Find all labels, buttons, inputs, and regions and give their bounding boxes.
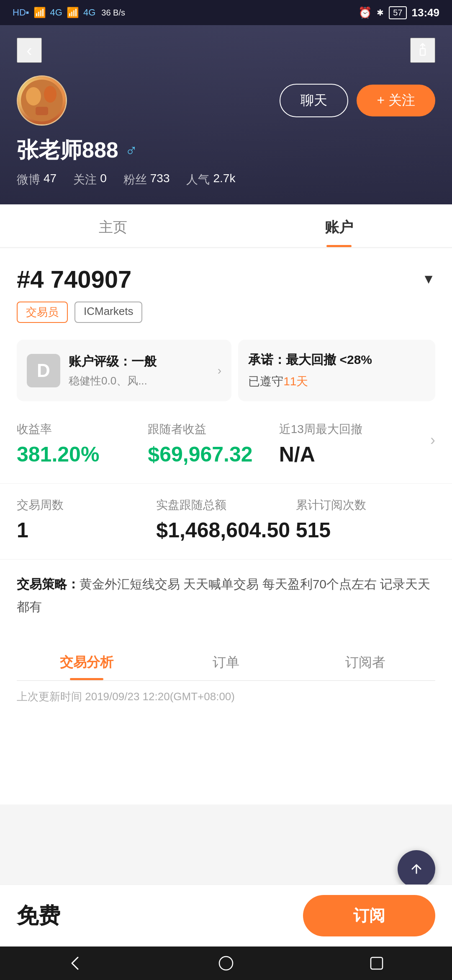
tab-home[interactable]: 主页 — [0, 204, 226, 247]
stat-follower-profit: 跟随者收益 $69,967.32 — [148, 421, 279, 467]
account-id-row: #4 740907 ▼ — [17, 265, 435, 293]
stat-weibo-value: 47 — [44, 172, 56, 188]
stat-popularity-value: 2.7k — [213, 172, 235, 188]
profile-stats: 微博 47 关注 0 粉丝 733 人气 2.7k — [17, 172, 435, 188]
svg-point-3 — [44, 86, 56, 103]
stat-max-drawdown-label: 近13周最大回撤 — [279, 421, 410, 437]
sub-tab-orders[interactable]: 订单 — [156, 642, 295, 680]
stat-weibo-label: 微博 — [17, 172, 40, 188]
bluetooth-icon: ✱ — [377, 8, 384, 18]
nav-recent-button[interactable] — [360, 946, 393, 980]
sub-tabs: 交易分析 订单 订阅者 — [17, 642, 435, 681]
nav-back-button[interactable] — [59, 946, 92, 980]
profile-name: 张老师888 — [17, 136, 118, 165]
stats-grid: 收益率 381.20% 跟随者收益 $69,967.32 近13周最大回撤 N/… — [17, 421, 435, 542]
stat-weibo: 微博 47 — [17, 172, 56, 188]
back-button[interactable]: ‹ — [17, 38, 42, 63]
promise-card: 承诺：最大回撤 <28% 已遵守11天 — [238, 340, 435, 401]
promise-title: 承诺：最大回撤 <28% — [248, 351, 425, 369]
stat-trade-weeks: 交易周数 1 — [17, 497, 156, 542]
stat-profit-rate: 收益率 381.20% — [17, 421, 148, 467]
rating-icon: D — [27, 354, 60, 387]
stat-fans: 粉丝 733 — [123, 172, 170, 188]
nav-home-button[interactable] — [209, 946, 243, 980]
bottom-price: 免费 — [17, 901, 60, 931]
stat-popularity-label: 人气 — [186, 172, 210, 188]
stat-copy-total-value: $1,468,604.50 — [156, 518, 295, 542]
stat-fans-label: 粉丝 — [123, 172, 147, 188]
status-4g: 4G — [50, 7, 62, 18]
stat-profit-rate-label: 收益率 — [17, 421, 148, 437]
stat-following-value: 0 — [100, 172, 107, 188]
rating-subtitle: 稳健性0.0、风... — [69, 374, 157, 388]
status-network: HD▪ — [13, 7, 29, 18]
rating-card[interactable]: D 账户评级：一般 稳健性0.0、风... › — [17, 340, 231, 401]
profile-info-row: 聊天 + 关注 — [17, 75, 435, 126]
strategy-text: 交易策略：黄金外汇短线交易 天天喊单交易 每天盈利70个点左右 记录天天都有 — [17, 573, 435, 618]
bottom-bar: 免费 订阅 — [0, 885, 452, 946]
svg-rect-0 — [420, 49, 425, 55]
stat-popularity: 人气 2.7k — [186, 172, 235, 188]
stat-subscribe-count: 累计订阅次数 515 — [296, 497, 435, 542]
avatar — [17, 75, 67, 126]
last-update: 上次更新时间 2019/09/23 12:20(GMT+08:00) — [17, 681, 435, 704]
main-content: #4 740907 ▼ 交易员 ICMarkets D 账户评级：一般 稳健性0… — [0, 248, 452, 805]
subscribe-button[interactable]: 订阅 — [303, 895, 435, 936]
sub-tab-analysis[interactable]: 交易分析 — [17, 642, 156, 680]
rating-arrow-icon: › — [218, 364, 221, 377]
promise-days: 11天 — [283, 375, 308, 388]
stats-arrow-icon: › — [430, 431, 435, 449]
strategy-section: 交易策略：黄金外汇短线交易 天天喊单交易 每天盈利70个点左右 记录天天都有 — [17, 573, 435, 618]
alarm-icon: ⏰ — [358, 6, 372, 19]
svg-point-2 — [26, 87, 41, 106]
svg-point-6 — [219, 957, 233, 970]
svg-rect-7 — [371, 957, 383, 969]
nav-bar — [0, 946, 452, 980]
strategy-label: 交易策略： — [17, 577, 80, 591]
rating-text: 账户评级：一般 稳健性0.0、风... — [69, 353, 157, 388]
stat-trade-weeks-value: 1 — [17, 518, 156, 542]
rating-title: 账户评级：一般 — [69, 353, 157, 370]
profile-actions: 聊天 + 关注 — [280, 84, 435, 117]
stat-max-drawdown-value: N/A — [279, 442, 410, 467]
stat-subscribe-count-value: 515 — [296, 518, 435, 542]
stat-profit-rate-value: 381.20% — [17, 442, 148, 467]
banner-nav: ‹ — [17, 38, 435, 63]
tabs-bar: 主页 账户 — [0, 204, 452, 248]
account-id: #4 740907 — [17, 265, 131, 293]
stat-follower-profit-label: 跟随者收益 — [148, 421, 279, 437]
stats-row-1: 收益率 381.20% 跟随者收益 $69,967.32 近13周最大回撤 N/… — [17, 421, 435, 467]
dropdown-arrow-icon[interactable]: ▼ — [422, 271, 435, 287]
scroll-up-button[interactable] — [398, 850, 435, 888]
tab-account[interactable]: 账户 — [226, 204, 452, 247]
status-right: ⏰ ✱ 57 13:49 — [358, 6, 439, 19]
stat-max-drawdown: 近13周最大回撤 N/A — [279, 421, 410, 467]
stat-follower-profit-value: $69,967.32 — [148, 442, 279, 467]
stats-row-2: 交易周数 1 实盘跟随总额 $1,468,604.50 累计订阅次数 515 — [17, 497, 435, 542]
time-display: 13:49 — [412, 6, 440, 19]
stat-subscribe-count-label: 累计订阅次数 — [296, 497, 435, 513]
status-signal: 📶 — [33, 7, 46, 18]
chat-button[interactable]: 聊天 — [280, 84, 348, 117]
stat-following-label: 关注 — [73, 172, 97, 188]
svg-rect-5 — [36, 107, 48, 115]
status-left: HD▪ 📶 4G 📶 4G 36 B/s — [13, 7, 125, 18]
profile-banner: ‹ 聊天 + 关注 — [0, 25, 452, 204]
profile-name-row: 张老师888 ♂ — [17, 136, 435, 165]
battery-indicator: 57 — [389, 6, 406, 19]
status-bar: HD▪ 📶 4G 📶 4G 36 B/s ⏰ ✱ 57 13:49 — [0, 0, 452, 25]
promise-subtitle: 已遵守11天 — [248, 374, 425, 389]
stats-nav-arrow[interactable]: › — [410, 421, 435, 449]
gender-icon: ♂ — [125, 141, 138, 160]
follow-button[interactable]: + 关注 — [357, 85, 435, 116]
badge-trader: 交易员 — [17, 302, 68, 323]
stat-copy-total-label: 实盘跟随总额 — [156, 497, 295, 513]
account-badges: 交易员 ICMarkets — [17, 302, 435, 323]
badge-broker: ICMarkets — [74, 302, 142, 323]
sub-tab-subscribers[interactable]: 订阅者 — [296, 642, 435, 680]
status-signal2: 📶 — [67, 7, 79, 18]
stat-trade-weeks-label: 交易周数 — [17, 497, 156, 513]
info-cards-row: D 账户评级：一般 稳健性0.0、风... › 承诺：最大回撤 <28% 已遵守… — [17, 340, 435, 401]
share-button[interactable] — [410, 38, 435, 63]
stat-copy-total: 实盘跟随总额 $1,468,604.50 — [156, 497, 295, 542]
